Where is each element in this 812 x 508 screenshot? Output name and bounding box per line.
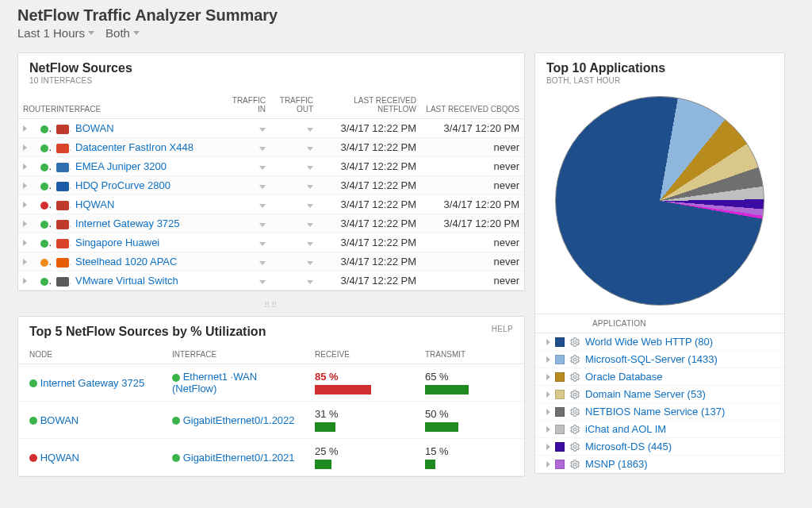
drag-handle-icon[interactable]: ⠿⠿: [17, 298, 525, 310]
expand-icon[interactable]: [23, 144, 27, 151]
chevron-down-icon[interactable]: [259, 147, 266, 151]
interface-link[interactable]: Datacenter FastIron X448: [75, 141, 193, 153]
status-dot-icon: [29, 379, 37, 387]
node-link[interactable]: HQWAN: [40, 452, 79, 464]
help-link[interactable]: HELP: [492, 325, 513, 333]
application-link[interactable]: NETBIOS Name Service (137): [585, 406, 725, 418]
expand-icon[interactable]: [546, 409, 550, 415]
list-item[interactable]: World Wide Web HTTP (80): [535, 333, 784, 351]
expand-icon[interactable]: [546, 374, 550, 380]
list-item[interactable]: Oracle Database: [535, 368, 784, 386]
node-link[interactable]: BOWAN: [40, 414, 79, 426]
chevron-down-icon[interactable]: [307, 242, 313, 246]
col-router[interactable]: ROUTER: [18, 90, 52, 119]
interface-link[interactable]: VMware Virtual Switch: [75, 275, 178, 287]
application-link[interactable]: iChat and AOL IM: [585, 423, 666, 435]
expand-icon[interactable]: [546, 339, 550, 345]
table-row[interactable]: Singapore Huawei3/4/17 12:22 PMnever: [18, 233, 524, 252]
table-row[interactable]: HQWAN3/4/17 12:22 PM3/4/17 12:20 PM: [18, 195, 524, 214]
interface-link[interactable]: GigabitEthernet0/1.2021: [183, 452, 295, 464]
chevron-down-icon[interactable]: [259, 261, 266, 265]
list-item[interactable]: NETBIOS Name Service (137): [535, 403, 784, 421]
expand-icon[interactable]: [546, 444, 550, 450]
interface-link[interactable]: Ethernet1 ·WAN (NetFlow): [172, 371, 257, 394]
direction-filter[interactable]: Both: [105, 26, 140, 40]
application-link[interactable]: Domain Name Server (53): [585, 388, 706, 400]
expand-icon[interactable]: [23, 202, 27, 208]
table-row[interactable]: VMware Virtual Switch3/4/17 12:22 PMneve…: [18, 271, 524, 291]
col-traffic-out[interactable]: TRAFFIC OUT: [270, 90, 318, 119]
chevron-down-icon[interactable]: [307, 185, 313, 189]
col-node[interactable]: NODE: [18, 344, 161, 364]
time-range-filter[interactable]: Last 1 Hours: [17, 26, 94, 40]
chevron-down-icon[interactable]: [259, 185, 266, 189]
table-row[interactable]: Internet Gateway 37253/4/17 12:22 PM3/4/…: [18, 214, 524, 233]
table-row[interactable]: EMEA Juniper 32003/4/17 12:22 PMnever: [18, 157, 524, 176]
last-netflow-value: 3/4/17 12:22 PM: [318, 252, 421, 271]
expand-icon[interactable]: [23, 278, 27, 284]
application-link[interactable]: World Wide Web HTTP (80): [585, 336, 713, 348]
interface-link[interactable]: GigabitEthernet0/1.2022: [183, 414, 295, 426]
chevron-down-icon[interactable]: [259, 242, 266, 246]
list-item[interactable]: iChat and AOL IM: [535, 421, 784, 438]
chevron-down-icon[interactable]: [307, 280, 313, 284]
interface-link[interactable]: Singapore Huawei: [75, 237, 159, 248]
list-item[interactable]: Microsoft-DS (445): [535, 438, 784, 456]
list-item[interactable]: Microsoft-SQL-Server (1433): [535, 351, 784, 368]
interface-link[interactable]: Internet Gateway 3725: [75, 217, 180, 229]
gear-icon: [569, 406, 580, 418]
application-link[interactable]: MSNP (1863): [585, 458, 648, 470]
table-row[interactable]: BOWAN GigabitEthernet0/1.202231 %50 %: [18, 402, 524, 439]
list-item[interactable]: Domain Name Server (53): [535, 386, 784, 403]
col-interface[interactable]: INTERFACE: [52, 90, 223, 119]
applications-pie-chart[interactable]: [555, 96, 764, 306]
expand-icon[interactable]: [23, 183, 27, 189]
chevron-down-icon[interactable]: [307, 261, 313, 265]
chevron-down-icon[interactable]: [307, 128, 313, 132]
interface-link[interactable]: EMEA Juniper 3200: [75, 160, 167, 172]
expand-icon[interactable]: [546, 356, 550, 363]
expand-icon[interactable]: [23, 259, 27, 265]
expand-icon[interactable]: [546, 426, 550, 433]
last-cbqos-value: never: [421, 138, 524, 157]
table-row[interactable]: Datacenter FastIron X4483/4/17 12:22 PMn…: [18, 138, 524, 157]
interface-link[interactable]: Steelhead 1020 APAC: [75, 256, 177, 267]
chevron-down-icon[interactable]: [307, 166, 313, 170]
expand-icon[interactable]: [23, 164, 27, 170]
col-interface[interactable]: INTERFACE: [161, 344, 304, 364]
chevron-down-icon[interactable]: [307, 204, 313, 208]
table-row[interactable]: Internet Gateway 3725 Ethernet1 ·WAN (Ne…: [18, 364, 524, 402]
chevron-down-icon[interactable]: [259, 223, 266, 227]
interface-link[interactable]: HDQ ProCurve 2800: [75, 179, 170, 191]
col-transmit[interactable]: TRANSMIT: [414, 344, 524, 364]
chevron-down-icon[interactable]: [259, 128, 266, 132]
chevron-down-icon[interactable]: [307, 147, 313, 151]
table-row[interactable]: BOWAN3/4/17 12:22 PM3/4/17 12:20 PM: [18, 119, 524, 138]
application-link[interactable]: Microsoft-SQL-Server (1433): [585, 353, 718, 365]
expand-icon[interactable]: [546, 391, 550, 398]
chevron-down-icon[interactable]: [307, 223, 313, 227]
receive-bar: [315, 422, 381, 432]
list-item[interactable]: MSNP (1863): [535, 456, 784, 473]
table-row[interactable]: HQWAN GigabitEthernet0/1.202125 %15 %: [18, 439, 524, 476]
interface-link[interactable]: HQWAN: [75, 198, 114, 210]
col-last-cbqos[interactable]: LAST RECEIVED CBQOS: [421, 90, 524, 119]
expand-icon[interactable]: [546, 461, 550, 468]
node-link[interactable]: Internet Gateway 3725: [40, 377, 145, 389]
status-dot-icon: [29, 454, 37, 462]
table-row[interactable]: Steelhead 1020 APAC3/4/17 12:22 PMnever: [18, 252, 524, 271]
expand-icon[interactable]: [23, 221, 27, 227]
col-last-netflow[interactable]: LAST RECEIVED NETFLOW: [318, 90, 421, 119]
col-receive[interactable]: RECEIVE: [304, 344, 414, 364]
chevron-down-icon[interactable]: [259, 280, 266, 284]
col-traffic-in[interactable]: TRAFFIC IN: [223, 90, 270, 119]
application-link[interactable]: Oracle Database: [585, 371, 663, 383]
interface-link[interactable]: BOWAN: [75, 122, 114, 134]
table-row[interactable]: HDQ ProCurve 28003/4/17 12:22 PMnever: [18, 176, 524, 195]
legend-swatch-icon: [555, 355, 565, 364]
application-link[interactable]: Microsoft-DS (445): [585, 441, 672, 452]
expand-icon[interactable]: [23, 125, 27, 132]
expand-icon[interactable]: [23, 240, 27, 246]
chevron-down-icon[interactable]: [259, 204, 266, 208]
chevron-down-icon[interactable]: [259, 166, 266, 170]
